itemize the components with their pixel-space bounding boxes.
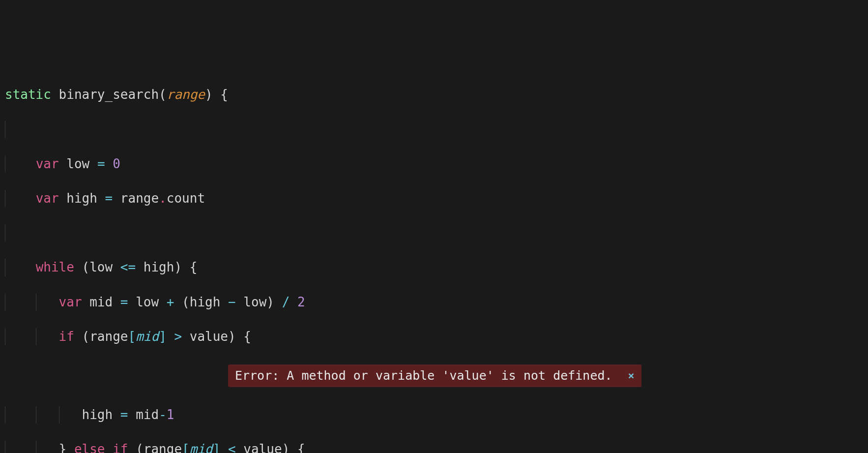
keyword-var: var xyxy=(36,156,59,171)
dot: . xyxy=(159,191,167,206)
paren-close: ) xyxy=(174,260,182,274)
number-zero: 0 xyxy=(113,156,120,171)
keyword-var: var xyxy=(59,295,82,309)
operator-gt: > xyxy=(174,329,182,344)
number-one: 1 xyxy=(167,407,174,422)
keyword-while: while xyxy=(36,260,74,274)
keyword-else: else xyxy=(74,442,105,453)
operator-minus: - xyxy=(159,407,167,422)
identifier: low xyxy=(89,260,113,274)
paren-open: ( xyxy=(136,442,144,453)
code-line[interactable]: if (range[mid] > value) { xyxy=(5,328,863,345)
paren-close: ) xyxy=(205,87,213,102)
identifier: high xyxy=(66,191,97,206)
operator-plus: + xyxy=(167,295,174,309)
code-editor[interactable]: static binary_search(range) { var low = … xyxy=(0,69,868,453)
keyword-if: if xyxy=(113,442,128,453)
paren-open: ( xyxy=(182,295,190,309)
operator-eq: = xyxy=(120,407,128,422)
identifier: mid xyxy=(89,295,113,309)
operator-div: / xyxy=(282,295,290,309)
identifier: low xyxy=(66,156,89,171)
error-message: Error: A method or variable 'value' is n… xyxy=(235,367,612,384)
code-line[interactable] xyxy=(5,121,863,138)
code-line[interactable]: var low = 0 xyxy=(5,155,863,173)
code-line[interactable]: var high = range.count xyxy=(5,190,863,207)
identifier: count xyxy=(167,191,205,206)
operator-eq: = xyxy=(120,295,128,309)
bracket-open: [ xyxy=(182,442,190,453)
paren-open: ( xyxy=(82,260,90,274)
paren-close: ) xyxy=(266,295,274,309)
code-line[interactable]: high = mid-1 xyxy=(5,406,863,423)
error-tooltip: Error: A method or variable 'value' is n… xyxy=(228,364,641,387)
keyword-static: static xyxy=(5,87,51,102)
operator-eq: = xyxy=(97,156,105,171)
subscript-mid: mid xyxy=(136,329,159,344)
function-name: binary_search xyxy=(59,87,159,102)
identifier-value: value xyxy=(190,329,228,344)
paren-close: ) xyxy=(282,442,290,453)
code-line[interactable]: } else if (range[mid] < value) { xyxy=(5,441,863,453)
identifier: range xyxy=(89,329,128,344)
bracket-close: ] xyxy=(159,329,167,344)
brace-open: { xyxy=(243,329,251,344)
code-line[interactable] xyxy=(5,224,863,242)
brace-close: } xyxy=(59,442,67,453)
number-two: 2 xyxy=(297,295,305,309)
identifier: range xyxy=(144,442,182,453)
identifier: high xyxy=(82,407,113,422)
operator-minus: − xyxy=(228,295,236,309)
identifier: low xyxy=(136,295,159,309)
keyword-if: if xyxy=(59,329,74,344)
close-icon[interactable]: × xyxy=(628,368,635,383)
param-range: range xyxy=(167,87,205,102)
operator-le: <= xyxy=(120,260,136,274)
operator-lt: < xyxy=(228,442,236,453)
identifier: range xyxy=(120,191,159,206)
paren-open: ( xyxy=(159,87,167,102)
paren-open: ( xyxy=(82,329,90,344)
operator-eq: = xyxy=(105,191,113,206)
brace-open: { xyxy=(190,260,198,274)
code-line[interactable]: while (low <= high) { xyxy=(5,259,863,276)
identifier: high xyxy=(144,260,174,274)
identifier: high xyxy=(190,295,221,309)
brace-open: { xyxy=(220,87,228,102)
identifier: mid xyxy=(136,407,159,422)
paren-close: ) xyxy=(228,329,236,344)
subscript-mid: mid xyxy=(190,442,213,453)
bracket-close: ] xyxy=(213,442,221,453)
code-line[interactable]: static binary_search(range) { xyxy=(5,86,863,103)
keyword-var: var xyxy=(36,191,59,206)
identifier: low xyxy=(243,295,266,309)
code-line[interactable]: var mid = low + (high − low) / 2 xyxy=(5,294,863,311)
brace-open: { xyxy=(297,442,305,453)
identifier-value: value xyxy=(243,442,282,453)
bracket-open: [ xyxy=(128,329,136,344)
